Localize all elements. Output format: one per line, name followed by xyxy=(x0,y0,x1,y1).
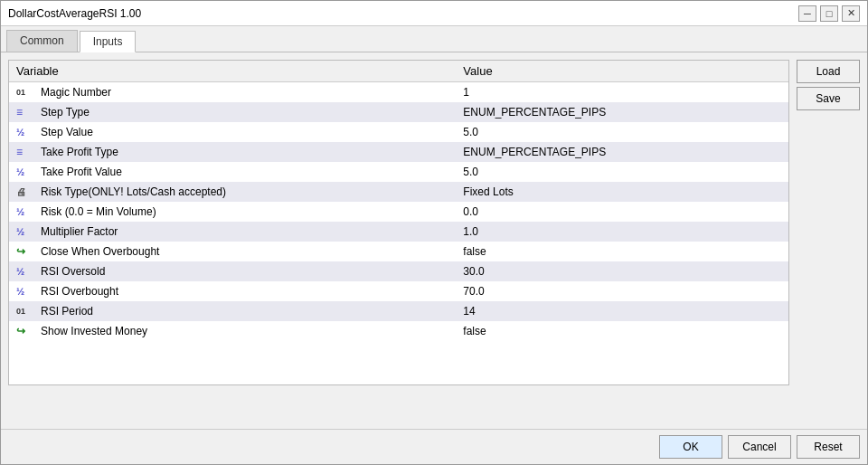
minimize-button[interactable]: ─ xyxy=(798,5,816,22)
maximize-button[interactable]: □ xyxy=(820,5,838,22)
right-action-buttons: Load Save xyxy=(797,60,860,422)
main-content: Variable Value 01Magic Number1≡Step Type… xyxy=(1,52,867,429)
table-row[interactable]: 01RSI Period14 xyxy=(9,301,788,321)
tab-common[interactable]: Common xyxy=(6,30,78,52)
table-row[interactable]: ½RSI Overbought70.0 xyxy=(9,281,788,301)
row-icon: 01 xyxy=(9,301,33,321)
row-icon: ↪ xyxy=(9,321,33,341)
table-row[interactable]: ½Multiplier Factor1.0 xyxy=(9,222,788,242)
row-icon: ≡ xyxy=(9,102,33,122)
parameters-table: Variable Value 01Magic Number1≡Step Type… xyxy=(9,61,788,341)
row-value: Fixed Lots xyxy=(456,182,788,202)
row-value: 1.0 xyxy=(456,222,788,242)
table-row[interactable]: 🖨Risk Type(ONLY! Lots/Cash accepted)Fixe… xyxy=(9,182,788,202)
row-value: false xyxy=(456,321,788,341)
row-variable: Take Profit Type xyxy=(33,142,456,162)
row-icon: 01 xyxy=(9,82,33,102)
table-row[interactable]: ↪Close When Overboughtfalse xyxy=(9,242,788,261)
row-variable: Risk Type(ONLY! Lots/Cash accepted) xyxy=(33,182,456,202)
ok-button[interactable]: OK xyxy=(659,435,722,459)
tab-bar: Common Inputs xyxy=(1,26,867,52)
row-variable: RSI Oversold xyxy=(33,261,456,281)
col-variable-header: Variable xyxy=(9,61,456,82)
row-variable: Magic Number xyxy=(33,82,456,102)
title-bar: DollarCostAverageRSI 1.00 ─ □ ✕ xyxy=(1,1,867,26)
row-value: ENUM_PERCENTAGE_PIPS xyxy=(456,142,788,162)
row-variable: Take Profit Value xyxy=(33,162,456,182)
row-variable: RSI Overbought xyxy=(33,281,456,301)
row-icon: ½ xyxy=(9,202,33,222)
dialog-buttons-row: OK Cancel Reset xyxy=(1,429,867,464)
row-variable: Multiplier Factor xyxy=(33,222,456,242)
parameters-table-container: Variable Value 01Magic Number1≡Step Type… xyxy=(8,60,789,385)
window-title: DollarCostAverageRSI 1.00 xyxy=(8,7,141,20)
table-row[interactable]: 01Magic Number1 xyxy=(9,82,788,102)
row-variable: RSI Period xyxy=(33,301,456,321)
table-row[interactable]: ½Take Profit Value5.0 xyxy=(9,162,788,182)
row-variable: Close When Overbought xyxy=(33,242,456,261)
table-row[interactable]: ≡Step TypeENUM_PERCENTAGE_PIPS xyxy=(9,102,788,122)
row-value: ENUM_PERCENTAGE_PIPS xyxy=(456,102,788,122)
row-icon: ½ xyxy=(9,261,33,281)
row-value: false xyxy=(456,242,788,261)
window-controls: ─ □ ✕ xyxy=(798,5,860,22)
close-button[interactable]: ✕ xyxy=(842,5,860,22)
row-icon: ½ xyxy=(9,122,33,142)
table-row[interactable]: ½Risk (0.0 = Min Volume)0.0 xyxy=(9,202,788,222)
row-variable: Show Invested Money xyxy=(33,321,456,341)
row-value: 1 xyxy=(456,82,788,102)
row-icon: 🖨 xyxy=(9,182,33,202)
row-value: 0.0 xyxy=(456,202,788,222)
row-value: 5.0 xyxy=(456,122,788,142)
row-variable: Step Value xyxy=(33,122,456,142)
reset-button[interactable]: Reset xyxy=(797,435,860,459)
row-icon: ½ xyxy=(9,162,33,182)
row-icon: ↪ xyxy=(9,242,33,261)
row-icon: ½ xyxy=(9,281,33,301)
row-value: 30.0 xyxy=(456,261,788,281)
row-value: 14 xyxy=(456,301,788,321)
row-value: 5.0 xyxy=(456,162,788,182)
row-variable: Risk (0.0 = Min Volume) xyxy=(33,202,456,222)
table-row[interactable]: ½Step Value5.0 xyxy=(9,122,788,142)
table-row[interactable]: ↪Show Invested Moneyfalse xyxy=(9,321,788,341)
row-variable: Step Type xyxy=(33,102,456,122)
table-row[interactable]: ½RSI Oversold30.0 xyxy=(9,261,788,281)
cancel-button[interactable]: Cancel xyxy=(728,435,791,459)
col-value-header: Value xyxy=(456,61,788,82)
load-button[interactable]: Load xyxy=(797,60,860,83)
row-icon: ≡ xyxy=(9,142,33,162)
row-icon: ½ xyxy=(9,222,33,242)
save-button[interactable]: Save xyxy=(797,87,860,110)
main-window: DollarCostAverageRSI 1.00 ─ □ ✕ Common I… xyxy=(0,0,868,465)
row-value: 70.0 xyxy=(456,281,788,301)
tab-inputs[interactable]: Inputs xyxy=(80,31,137,52)
table-row[interactable]: ≡Take Profit TypeENUM_PERCENTAGE_PIPS xyxy=(9,142,788,162)
